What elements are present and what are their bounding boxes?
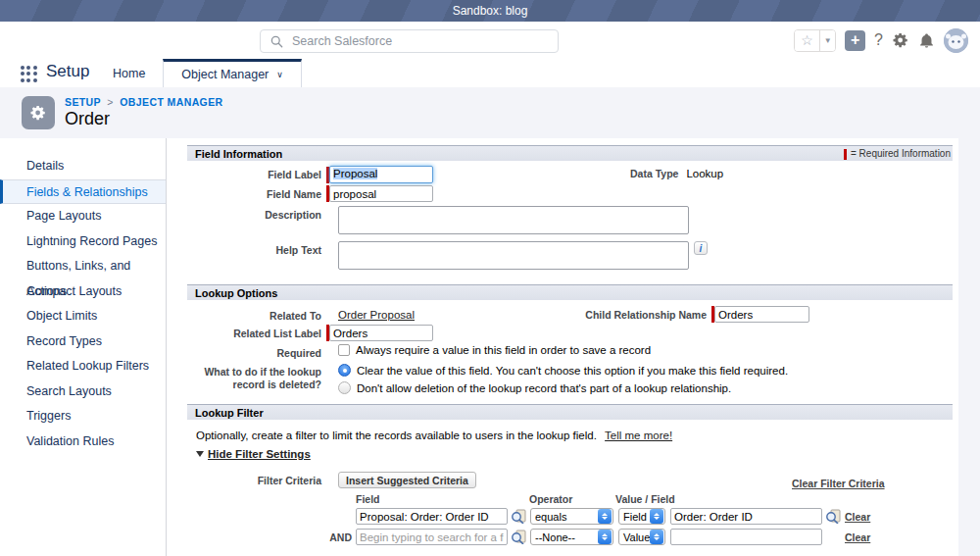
filter-field-input-1[interactable] <box>356 508 508 525</box>
collapse-triangle-icon <box>196 451 204 457</box>
bell-icon[interactable] <box>918 32 935 49</box>
help-text-label: Help Text <box>181 241 321 256</box>
setup-gear-icon <box>22 96 55 129</box>
required-label: Required <box>181 344 321 359</box>
select-stepper-icon <box>650 509 663 524</box>
deletion-option-dont-allow-radio[interactable] <box>338 381 351 394</box>
sidebar-item-object-limits[interactable]: Object Limits <box>0 304 166 329</box>
select-stepper-icon <box>598 509 612 524</box>
sidebar-item-related-lookup-filters[interactable]: Related Lookup Filters <box>0 354 166 379</box>
app-name: Setup <box>46 62 89 81</box>
plus-icon[interactable]: + <box>845 30 865 51</box>
required-checkbox[interactable] <box>338 344 350 356</box>
data-type-value: Lookup <box>686 168 723 179</box>
user-avatar[interactable] <box>944 28 968 53</box>
help-icon[interactable]: ? <box>874 31 883 49</box>
favorites-control[interactable]: ☆ ▼ <box>794 29 836 52</box>
child-relationship-name-label: Child Relationship Name <box>581 309 707 321</box>
hide-filter-settings-link[interactable]: Hide Filter Settings <box>208 448 311 460</box>
sidebar-item-validation-rules[interactable]: Validation Rules <box>0 430 166 455</box>
description-label: Description <box>181 206 321 221</box>
section-header-field-information: Field Information = Required Information <box>187 145 953 161</box>
filter-criteria-label: Filter Criteria <box>181 472 321 486</box>
section-header-lookup-options: Lookup Options <box>187 284 953 300</box>
lookup-icon-spacer <box>825 530 841 544</box>
filter-value-input-1[interactable] <box>670 508 822 525</box>
sidebar-item-fields-relationships[interactable]: Fields & Relationships <box>0 179 166 205</box>
page-title: Order <box>65 109 110 129</box>
related-list-label-input[interactable] <box>329 325 433 341</box>
required-legend: = Required Information <box>844 146 951 162</box>
filter-value-type-select-1[interactable]: Field <box>618 508 665 525</box>
filter-value-input-2[interactable] <box>670 529 822 545</box>
tab-object-manager[interactable]: Object Manager ∨ <box>163 59 302 87</box>
data-type-label: Data Type <box>630 168 678 179</box>
sidebar-item-page-layouts[interactable]: Page Layouts <box>0 204 166 229</box>
clear-row-link[interactable]: Clear <box>845 511 870 523</box>
filter-field-input-2[interactable] <box>356 529 508 545</box>
info-icon[interactable]: i <box>694 241 708 255</box>
tell-me-more-link[interactable]: Tell me more! <box>605 430 672 441</box>
lookup-icon[interactable] <box>825 509 841 524</box>
sidebar-item-record-types[interactable]: Record Types <box>0 329 166 355</box>
sidebar-item-details[interactable]: Details <box>0 154 166 179</box>
field-label-input[interactable]: Proposal <box>329 166 433 183</box>
search-icon <box>270 35 283 48</box>
gear-icon[interactable] <box>892 31 909 49</box>
related-to-link[interactable]: Order Proposal <box>338 309 415 321</box>
clear-row-link[interactable]: Clear <box>845 531 870 543</box>
breadcrumb-setup-link[interactable]: SETUP <box>65 96 101 108</box>
lookup-filter-intro: Optionally, create a filter to limit the… <box>196 430 958 441</box>
help-text-textarea[interactable] <box>338 241 689 270</box>
col-header-value-field: Value / Field <box>615 493 675 505</box>
deletion-option-clear-radio[interactable] <box>338 364 351 377</box>
chevron-down-icon[interactable]: ∨ <box>276 70 283 79</box>
deletion-option-clear-label: Clear the value of this field. You can't… <box>357 365 788 377</box>
page-header: SETUP > OBJECT MANAGER Order <box>0 87 980 138</box>
setup-navbar: Setup Home Object Manager ∨ <box>0 59 980 87</box>
col-header-operator: Operator <box>529 493 615 505</box>
sidebar-item-compact-layouts[interactable]: Compact Layouts <box>0 279 166 305</box>
lookup-icon[interactable] <box>511 509 526 524</box>
search-input[interactable] <box>292 34 548 48</box>
select-stepper-icon <box>650 530 663 544</box>
sidebar-item-lightning-record-pages[interactable]: Lightning Record Pages <box>0 229 166 255</box>
tab-home[interactable]: Home <box>95 59 163 87</box>
related-to-label: Related To <box>181 307 321 322</box>
global-search[interactable] <box>260 29 559 53</box>
field-name-label: Field Name <box>181 185 321 200</box>
child-relationship-name-input[interactable] <box>714 306 809 323</box>
section-header-lookup-filter: Lookup Filter <box>187 404 953 420</box>
field-label-label: Field Label <box>181 166 321 180</box>
filter-row-2: AND --None-- Value Clear <box>326 528 958 546</box>
object-sidebar: Details Fields & Relationships Page Layo… <box>0 138 167 556</box>
global-header: ☆ ▼ + ? <box>0 22 980 59</box>
field-edit-content: Field Information = Required Information… <box>181 138 958 556</box>
sidebar-item-search-layouts[interactable]: Search Layouts <box>0 379 166 405</box>
required-checkbox-label: Always require a value in this field in … <box>356 344 651 356</box>
breadcrumb: SETUP > OBJECT MANAGER <box>65 96 223 108</box>
sidebar-item-triggers[interactable]: Triggers <box>0 404 166 430</box>
clear-filter-criteria-link[interactable]: Clear Filter Criteria <box>792 478 885 489</box>
related-list-label-label: Related List Label <box>181 325 321 339</box>
required-bar-icon <box>844 149 847 160</box>
lookup-icon[interactable] <box>511 530 526 544</box>
filter-operator-select-2[interactable]: --None-- <box>530 529 613 545</box>
app-launcher-icon[interactable] <box>21 66 37 82</box>
filter-row-1: equals Field Clear <box>326 507 958 526</box>
deletion-option-dont-allow-label: Don't allow deletion of the lookup recor… <box>357 382 731 394</box>
environment-banner: Sandbox: blog <box>0 0 980 22</box>
field-name-input[interactable] <box>329 185 433 202</box>
filter-operator-select-1[interactable]: equals <box>530 508 613 525</box>
environment-label: Sandbox: blog <box>453 4 528 18</box>
page-gutter <box>958 138 980 556</box>
insert-suggested-criteria-button[interactable]: Insert Suggested Criteria <box>338 472 476 488</box>
sidebar-item-buttons-links-actions[interactable]: Buttons, Links, and Actions <box>0 254 166 279</box>
deletion-question-label: What to do if the lookup record is delet… <box>181 363 321 391</box>
star-icon[interactable]: ☆ <box>795 30 819 51</box>
select-stepper-icon <box>598 530 612 544</box>
breadcrumb-object-manager-link[interactable]: OBJECT MANAGER <box>120 96 222 108</box>
description-textarea[interactable] <box>338 206 689 234</box>
filter-value-type-select-2[interactable]: Value <box>618 529 665 545</box>
chevron-down-icon[interactable]: ▼ <box>819 30 835 51</box>
